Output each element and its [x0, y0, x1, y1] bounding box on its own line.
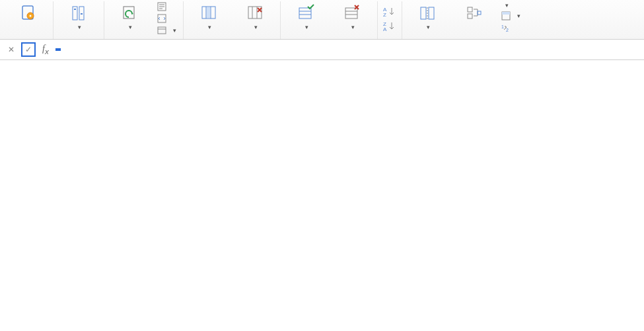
formula-bar: ✕ ✓ fx [0, 40, 644, 60]
svg-text:1: 1 [501, 24, 504, 29]
replace-values-icon: 12 [501, 23, 511, 32]
chevron-down-icon: ▾ [517, 13, 520, 19]
group-by-icon [464, 3, 483, 24]
group-by-button[interactable] [452, 1, 495, 25]
svg-rect-12 [207, 7, 210, 18]
keep-rows-icon [297, 3, 315, 24]
remove-columns-button[interactable]: ▾ [234, 1, 276, 32]
svg-rect-14 [299, 8, 311, 18]
manage-parameters-button[interactable]: ▾ [57, 1, 100, 32]
ribbon-group-data-sources [3, 1, 54, 39]
check-icon: ✓ [25, 45, 32, 54]
choose-columns-button[interactable]: ▾ [188, 1, 230, 32]
refresh-icon [120, 3, 139, 24]
chevron-down-icon: ▾ [505, 2, 509, 9]
advanced-editor-button[interactable] [155, 13, 179, 24]
ribbon-group-manage-columns: ▾ ▾ [184, 1, 281, 39]
properties-button[interactable] [155, 1, 179, 12]
replace-values-button[interactable]: 12 [499, 22, 523, 33]
use-first-row-icon [501, 11, 511, 20]
svg-rect-6 [81, 13, 83, 15]
svg-rect-26 [502, 12, 510, 15]
chevron-down-icon: ▾ [254, 24, 258, 31]
sort-desc-button[interactable]: ZA [382, 20, 398, 33]
advanced-editor-icon [157, 14, 166, 23]
choose-columns-icon [199, 3, 218, 24]
data-type-button[interactable]: ▾ [499, 1, 523, 9]
properties-icon [157, 2, 166, 11]
svg-rect-10 [158, 27, 166, 34]
chevron-down-icon: ▾ [305, 24, 308, 31]
svg-rect-21 [429, 7, 434, 19]
svg-rect-22 [468, 7, 472, 12]
svg-text:A: A [383, 26, 387, 32]
svg-point-2 [30, 15, 32, 17]
ribbon-group-parameters: ▾ [54, 1, 104, 39]
sort-asc-button[interactable]: AZ [382, 5, 398, 18]
ribbon-group-sort: AZ ZA [378, 1, 402, 39]
use-first-row-button[interactable]: ▾ [499, 11, 523, 21]
chevron-down-icon: ▾ [173, 27, 176, 34]
chevron-down-icon: ▾ [129, 24, 132, 31]
chevron-down-icon: ▾ [78, 24, 81, 31]
fx-icon[interactable]: fx [38, 44, 53, 55]
ribbon-group-reduce-rows: ▾ ▾ [281, 1, 378, 39]
formula-cancel-button[interactable]: ✕ [4, 42, 18, 57]
chevron-down-icon: ▾ [427, 24, 430, 31]
remove-rows-button[interactable]: ▾ [331, 1, 373, 32]
data-source-settings-icon [18, 3, 37, 24]
formula-confirm-button[interactable]: ✓ [21, 42, 36, 57]
formula-input[interactable] [55, 48, 61, 51]
manage-icon [157, 26, 166, 35]
chevron-down-icon: ▾ [351, 24, 355, 31]
data-source-settings-button[interactable] [7, 1, 49, 25]
split-column-icon [418, 3, 437, 24]
ribbon-group-transform: ▾ ▾ ▾ 12 [402, 1, 527, 39]
remove-columns-icon [246, 3, 264, 24]
chevron-down-icon: ▾ [208, 24, 211, 31]
svg-rect-15 [345, 8, 357, 18]
refresh-preview-button[interactable]: ▾ [108, 1, 151, 32]
svg-rect-24 [478, 11, 481, 15]
svg-text:2: 2 [506, 28, 509, 32]
svg-text:Z: Z [383, 12, 386, 17]
formula-highlight [55, 48, 61, 51]
ribbon-group-query: ▾ ▾ [104, 1, 184, 39]
svg-rect-20 [421, 7, 426, 19]
svg-rect-5 [74, 9, 76, 10]
sort-desc-icon: ZA [383, 21, 396, 32]
ribbon: ▾ ▾ [0, 0, 644, 40]
parameters-icon [69, 3, 88, 24]
sort-asc-icon: AZ [383, 7, 396, 17]
split-column-button[interactable]: ▾ [406, 1, 448, 32]
manage-query-button[interactable]: ▾ [155, 25, 179, 36]
remove-rows-icon [343, 3, 361, 24]
keep-rows-button[interactable]: ▾ [285, 1, 327, 32]
svg-rect-9 [158, 15, 166, 22]
svg-rect-13 [248, 7, 262, 18]
close-icon: ✕ [8, 45, 15, 54]
svg-rect-23 [468, 14, 472, 18]
